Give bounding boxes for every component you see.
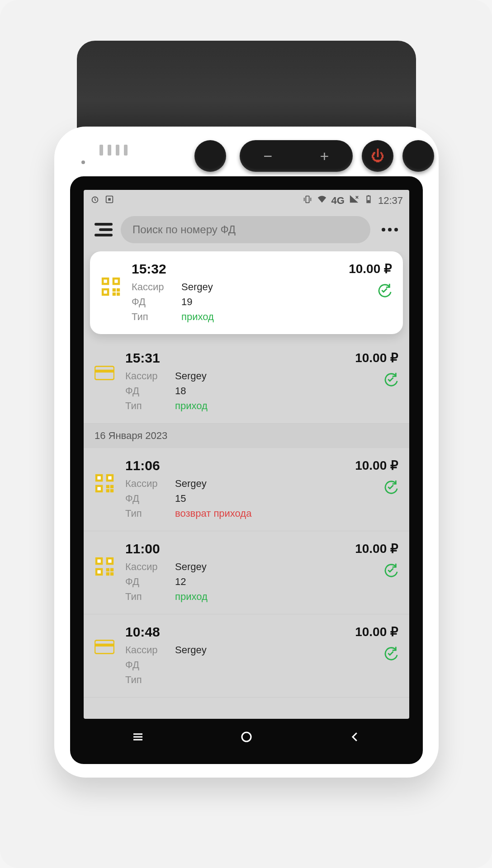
- value-type: возврат прихода: [175, 506, 251, 521]
- label-cashier: Кассир: [132, 279, 181, 294]
- transaction-time: 11:06: [125, 458, 327, 473]
- label-fd: ФД: [132, 294, 181, 309]
- svg-rect-26: [110, 485, 114, 488]
- card-icon: [95, 640, 114, 654]
- svg-rect-12: [104, 290, 107, 293]
- sync-ok-icon: [383, 372, 398, 387]
- stage: −+ ⏻: [0, 0, 492, 868]
- label-type: Тип: [125, 589, 175, 604]
- sync-ok-icon: [383, 562, 398, 578]
- vibrate-icon: [303, 194, 312, 207]
- value-type: приход: [181, 309, 214, 324]
- value-cashier: Sergey: [175, 476, 207, 491]
- transaction-row[interactable]: 11:00КассирSergeyФД12Типприход10.00 ₽: [84, 531, 409, 614]
- transaction-time: 15:32: [132, 261, 321, 277]
- search-placeholder: Поиск по номеру ФД: [132, 223, 236, 236]
- transaction-time: 10:48: [125, 624, 327, 640]
- value-type: приход: [175, 589, 208, 604]
- transaction-time: 11:00: [125, 541, 327, 557]
- svg-rect-20: [97, 476, 100, 479]
- transaction-row[interactable]: 15:32КассирSergeyФД19Типприход10.00 ₽: [90, 251, 403, 334]
- svg-rect-15: [113, 292, 116, 296]
- transaction-row[interactable]: 15:31КассирSergeyФД18Типприход10.00 ₽: [84, 340, 409, 424]
- speaker-grill: [99, 145, 128, 156]
- transaction-row[interactable]: 11:06КассирSergeyФД15Типвозврат прихода1…: [84, 448, 409, 531]
- sync-ok-icon: [377, 283, 392, 298]
- nav-home-button[interactable]: [237, 728, 255, 746]
- wifi-icon: [317, 194, 327, 207]
- hw-volume-buttons[interactable]: −+: [240, 140, 353, 172]
- value-fd: 12: [175, 574, 186, 589]
- svg-rect-24: [97, 487, 100, 490]
- status-bar: 4G 12:37: [84, 190, 409, 212]
- value-fd: 18: [175, 383, 186, 398]
- label-cashier: Кассир: [125, 642, 175, 657]
- transactions-list[interactable]: 15:32КассирSergeyФД19Типприход10.00 ₽15:…: [84, 251, 409, 719]
- svg-rect-27: [106, 489, 109, 492]
- battery-icon: [364, 194, 374, 207]
- svg-rect-35: [106, 568, 109, 571]
- transaction-amount: 10.00 ₽: [355, 541, 398, 556]
- date-section-header: 16 Января 2023: [84, 424, 409, 448]
- svg-rect-22: [108, 476, 111, 479]
- value-cashier: Sergey: [175, 368, 207, 383]
- android-navbar: [84, 719, 409, 755]
- screen: 4G 12:37 Поиск по номеру ФД: [84, 190, 409, 719]
- value-cashier: Sergey: [175, 642, 207, 657]
- qr-icon: [95, 557, 114, 576]
- label-fd: ФД: [125, 657, 175, 672]
- pos-terminal: −+ ⏻: [54, 127, 439, 778]
- menu-button[interactable]: [92, 223, 113, 236]
- svg-rect-34: [97, 570, 100, 573]
- qr-icon: [101, 277, 121, 297]
- svg-rect-28: [110, 489, 114, 492]
- label-type: Тип: [125, 398, 175, 413]
- svg-rect-10: [114, 279, 118, 283]
- alarm-icon: [90, 194, 100, 207]
- svg-rect-37: [106, 572, 109, 576]
- label-type: Тип: [132, 309, 181, 324]
- transaction-amount: 10.00 ₽: [355, 624, 398, 639]
- label-fd: ФД: [125, 491, 175, 506]
- transaction-amount: 10.00 ₽: [349, 261, 392, 276]
- svg-rect-17: [95, 366, 114, 379]
- svg-rect-2: [108, 198, 111, 201]
- transaction-row[interactable]: 10:48КассирSergeyФДТип10.00 ₽: [84, 614, 409, 698]
- sync-ok-icon: [383, 479, 398, 495]
- value-cashier: Sergey: [175, 559, 207, 574]
- hw-button-1[interactable]: [194, 140, 226, 172]
- qr-icon: [95, 473, 114, 493]
- nav-recent-button[interactable]: [129, 728, 147, 746]
- more-button[interactable]: [378, 228, 401, 231]
- svg-rect-18: [95, 370, 114, 373]
- app-square-icon: [104, 194, 114, 207]
- value-type: приход: [175, 398, 208, 413]
- nav-back-button[interactable]: [346, 728, 364, 746]
- hw-power-button[interactable]: ⏻: [362, 140, 393, 172]
- value-fd: 15: [175, 491, 186, 506]
- app-header: Поиск по номеру ФД: [84, 212, 409, 251]
- value-cashier: Sergey: [181, 279, 213, 294]
- label-fd: ФД: [125, 574, 175, 589]
- printer-module: [77, 41, 416, 140]
- hw-button-2[interactable]: [402, 140, 434, 172]
- svg-rect-13: [113, 288, 116, 292]
- svg-rect-32: [108, 559, 111, 562]
- svg-rect-38: [110, 572, 114, 576]
- svg-rect-36: [110, 568, 114, 571]
- svg-rect-5: [368, 195, 369, 196]
- led-indicator: [81, 160, 85, 164]
- svg-rect-6: [367, 200, 370, 203]
- card-icon: [95, 366, 114, 380]
- signal-icon: [349, 194, 359, 207]
- transaction-amount: 10.00 ₽: [355, 350, 398, 365]
- label-fd: ФД: [125, 383, 175, 398]
- value-fd: 19: [181, 294, 192, 309]
- svg-rect-8: [104, 279, 107, 283]
- svg-rect-30: [97, 559, 100, 562]
- screen-bezel: 4G 12:37 Поиск по номеру ФД: [70, 176, 423, 764]
- search-input[interactable]: Поиск по номеру ФД: [121, 216, 370, 243]
- label-cashier: Кассир: [125, 368, 175, 383]
- clock-label: 12:37: [378, 195, 403, 207]
- sync-ok-icon: [383, 646, 398, 661]
